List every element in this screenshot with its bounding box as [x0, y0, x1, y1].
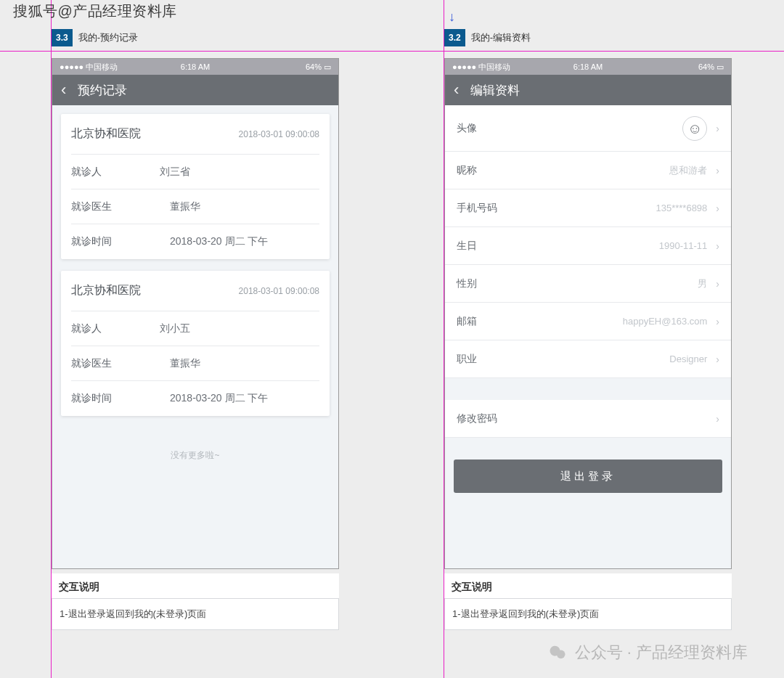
card-header: 北京协和医院 2018-03-01 09:00:08: [71, 271, 319, 311]
chevron-right-icon: ›: [716, 316, 719, 327]
chevron-right-icon: ›: [716, 203, 719, 214]
nav-title: 编辑资料: [470, 82, 520, 99]
svg-point-1: [556, 650, 565, 659]
frame-label-right: 3.2 我的-编辑资料: [444, 29, 531, 46]
row-gender[interactable]: 性别 男 ›: [445, 265, 731, 303]
row-nickname[interactable]: 昵称 恩和游者 ›: [445, 152, 731, 189]
chevron-right-icon: ›: [716, 278, 719, 290]
screen-body: 头像 ☺ › 昵称 恩和游者 › 手机号码 135****6898 › 生日 1…: [445, 105, 731, 568]
status-time: 6:18 AM: [573, 62, 603, 71]
row-email[interactable]: 邮箱 happyEH@163.com ›: [445, 303, 731, 340]
badge-left: 3.3: [52, 29, 73, 46]
row-patient: 就诊人 刘小五: [71, 311, 319, 346]
desc-box-left: 交互说明 1-退出登录返回到我的(未登录)页面: [52, 573, 339, 630]
frame-label-left: 3.3 我的-预约记录: [52, 29, 138, 46]
guide-h: [0, 51, 784, 52]
row-patient: 就诊人 刘三省: [71, 155, 319, 189]
chevron-right-icon: ›: [716, 165, 719, 176]
reservation-card[interactable]: 北京协和医院 2018-03-01 09:00:08 就诊人 刘小五 就诊医生 …: [61, 271, 330, 416]
status-bar: ●●●●● 中国移动 6:18 AM 64% ▭: [445, 59, 731, 75]
created-time: 2018-03-01 09:00:08: [239, 286, 319, 296]
desc-box-right: 交互说明 1-退出登录返回到我的(未登录)页面: [444, 573, 732, 630]
frame-title-left: 我的-预约记录: [78, 31, 138, 44]
desc-content: 1-退出登录返回到我的(未登录)页面: [444, 598, 732, 630]
row-job[interactable]: 职业 Designer ›: [445, 340, 731, 378]
wechat-icon: [547, 642, 568, 663]
chevron-right-icon: ›: [716, 123, 719, 134]
badge-right: 3.2: [444, 29, 465, 46]
section-gap: [445, 378, 731, 400]
status-battery: 64% ▭: [306, 62, 331, 72]
nav-bar: ‹ 编辑资料: [445, 75, 731, 105]
row-avatar[interactable]: 头像 ☺ ›: [445, 105, 731, 152]
logout-button[interactable]: 退出登录: [454, 460, 722, 493]
phone-frame-profile: ●●●●● 中国移动 6:18 AM 64% ▭ ‹ 编辑资料 头像 ☺ › 昵…: [444, 58, 732, 569]
screen-body: 北京协和医院 2018-03-01 09:00:08 就诊人 刘三省 就诊医生 …: [52, 105, 338, 568]
frame-title-right: 我的-编辑资料: [471, 31, 531, 44]
desc-title: 交互说明: [444, 573, 732, 598]
profile-list-2: 修改密码 ›: [445, 400, 731, 438]
status-bar: ●●●●● 中国移动 6:18 AM 64% ▭: [52, 59, 338, 75]
chevron-right-icon: ›: [716, 413, 719, 425]
profile-list: 头像 ☺ › 昵称 恩和游者 › 手机号码 135****6898 › 生日 1…: [445, 105, 731, 378]
row-password[interactable]: 修改密码 ›: [445, 400, 731, 438]
hospital-name: 北京协和医院: [71, 283, 141, 298]
nav-title: 预约记录: [78, 82, 127, 99]
watermark-source: 搜狐号@产品经理资料库: [13, 1, 177, 21]
desc-content: 1-退出登录返回到我的(未登录)页面: [52, 598, 339, 630]
row-time: 就诊时间 2018-03-20 周二 下午: [71, 381, 319, 416]
status-signal: ●●●●● 中国移动: [452, 62, 510, 73]
row-phone[interactable]: 手机号码 135****6898 ›: [445, 189, 731, 227]
no-more-text: 没有更多啦~: [61, 428, 330, 483]
reservation-card[interactable]: 北京协和医院 2018-03-01 09:00:08 就诊人 刘三省 就诊医生 …: [61, 114, 330, 259]
row-time: 就诊时间 2018-03-20 周二 下午: [71, 224, 319, 259]
card-header: 北京协和医院 2018-03-01 09:00:08: [71, 114, 319, 155]
desc-title: 交互说明: [52, 573, 339, 598]
back-icon[interactable]: ‹: [454, 81, 459, 99]
phone-frame-reservations: ●●●●● 中国移动 6:18 AM 64% ▭ ‹ 预约记录 北京协和医院 2…: [52, 58, 339, 569]
status-time: 6:18 AM: [181, 62, 210, 71]
hospital-name: 北京协和医院: [71, 126, 141, 142]
nav-bar: ‹ 预约记录: [52, 75, 338, 105]
chevron-right-icon: ›: [716, 354, 719, 365]
back-icon[interactable]: ‹: [61, 81, 66, 99]
created-time: 2018-03-01 09:00:08: [239, 129, 319, 139]
row-birth[interactable]: 生日 1990-11-11 ›: [445, 227, 731, 265]
wechat-watermark: 公众号 · 产品经理资料库: [547, 642, 748, 663]
row-doctor: 就诊医生 董振华: [71, 346, 319, 381]
arrow-down-icon: ↓: [449, 10, 455, 23]
row-doctor: 就诊医生 董振华: [71, 189, 319, 224]
status-battery: 64% ▭: [698, 62, 724, 72]
status-signal: ●●●●● 中国移动: [60, 62, 118, 73]
avatar-icon: ☺: [682, 116, 707, 141]
chevron-right-icon: ›: [716, 240, 719, 252]
